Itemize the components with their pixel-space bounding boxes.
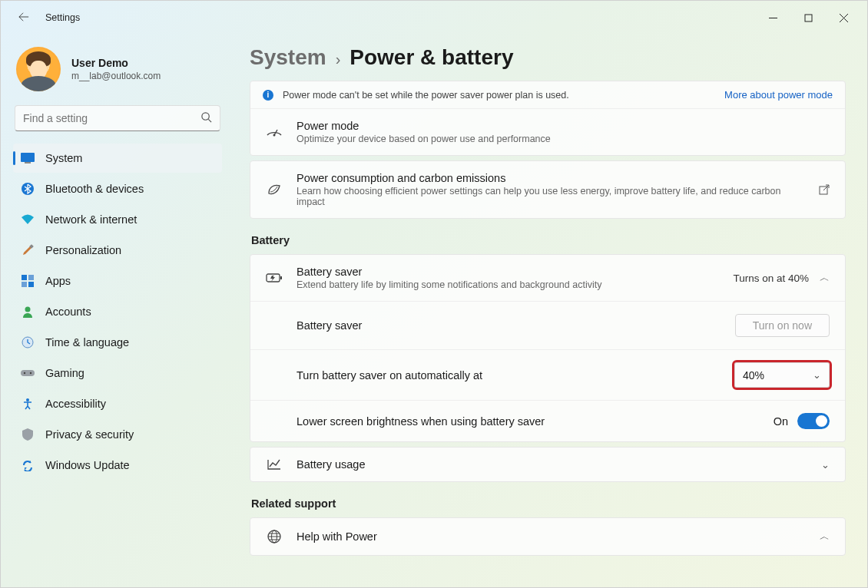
nav-label: Bluetooth & devices: [45, 183, 144, 195]
auto-on-label: Turn battery saver on automatically at: [297, 369, 734, 382]
nav-bluetooth[interactable]: Bluetooth & devices: [13, 174, 222, 203]
svg-rect-9: [28, 282, 34, 287]
arrow-left-icon: [18, 12, 29, 22]
shield-icon: [21, 428, 35, 441]
help-row[interactable]: Help with Power ︿: [250, 517, 846, 556]
profile-block[interactable]: User Demo m__lab@outlook.com: [13, 41, 222, 105]
bluetooth-icon: [21, 182, 35, 196]
battery-saver-status: Turns on at 40%: [733, 273, 809, 284]
battery-section-label: Battery: [251, 234, 846, 246]
svg-rect-7: [28, 275, 34, 280]
svg-rect-3: [25, 162, 31, 164]
breadcrumb: System › Power & battery: [250, 45, 863, 70]
chart-icon: [266, 458, 283, 471]
leaf-icon: [266, 183, 283, 197]
nav-time[interactable]: Time & language: [13, 328, 222, 357]
battery-usage-row[interactable]: Battery usage ⌄: [250, 447, 846, 482]
profile-email: m__lab@outlook.com: [71, 71, 161, 81]
auto-on-value: 40%: [743, 369, 764, 382]
nav-gaming[interactable]: Gaming: [13, 358, 222, 388]
power-mode-row[interactable]: Power mode Optimize your device based on…: [250, 108, 845, 155]
gamepad-icon: [21, 366, 35, 380]
svg-rect-0: [805, 15, 812, 21]
globe-icon: [266, 529, 283, 544]
battery-saver-title: Battery saver: [297, 266, 719, 278]
chevron-down-icon: ⌄: [813, 369, 821, 381]
minimize-button[interactable]: [755, 5, 790, 30]
svg-point-13: [24, 372, 25, 374]
battery-saver-header[interactable]: Battery saver Extend battery life by lim…: [250, 255, 845, 301]
nav-personalization[interactable]: Personalization: [13, 236, 222, 265]
chevron-right-icon: ›: [336, 51, 341, 68]
breadcrumb-root[interactable]: System: [250, 45, 326, 70]
battery-saver-toggle-row: Battery saver Turn on now: [250, 301, 845, 349]
nav-label: Accounts: [45, 306, 91, 318]
paintbrush-icon: [21, 243, 35, 257]
auto-on-row: Turn battery saver on automatically at 4…: [250, 349, 845, 400]
search-input[interactable]: [23, 112, 200, 124]
svg-rect-19: [280, 276, 282, 279]
window-title: Settings: [45, 12, 80, 23]
more-about-link[interactable]: More about power mode: [724, 89, 833, 101]
svg-rect-12: [21, 370, 35, 376]
turn-on-now-button[interactable]: Turn on now: [735, 314, 830, 337]
titlebar: Settings: [1, 1, 867, 35]
close-button[interactable]: [826, 5, 861, 30]
svg-rect-6: [22, 275, 27, 280]
carbon-title: Power consumption and carbon emissions: [297, 172, 805, 184]
nav-update[interactable]: Windows Update: [13, 451, 222, 480]
open-external-icon: [819, 184, 830, 195]
lower-brightness-toggle[interactable]: [797, 413, 830, 429]
nav-system[interactable]: System: [13, 144, 222, 173]
lower-brightness-row: Lower screen brightness when using batte…: [250, 400, 845, 441]
battery-saver-subtitle: Extend battery life by limiting some not…: [297, 279, 719, 290]
nav-accounts[interactable]: Accounts: [13, 297, 222, 326]
nav-label: Windows Update: [45, 459, 130, 471]
svg-rect-2: [21, 153, 35, 162]
nav-accessibility[interactable]: Accessibility: [13, 389, 222, 418]
svg-point-16: [273, 134, 276, 137]
svg-point-10: [25, 307, 31, 312]
main-content: System › Power & battery i Power mode ca…: [231, 35, 867, 587]
page-title: Power & battery: [350, 45, 513, 70]
nav-label: Privacy & security: [45, 428, 134, 441]
svg-point-1: [202, 112, 209, 119]
clock-icon: [21, 335, 35, 349]
auto-on-select[interactable]: 40% ⌄: [734, 362, 830, 388]
nav-label: System: [45, 152, 82, 164]
nav-network[interactable]: Network & internet: [13, 205, 222, 234]
battery-saver-row-label: Battery saver: [297, 319, 735, 332]
info-icon: i: [263, 90, 273, 101]
search-icon: [200, 111, 212, 126]
nav-apps[interactable]: Apps: [13, 266, 222, 296]
update-icon: [21, 458, 35, 472]
profile-name: User Demo: [71, 57, 161, 69]
avatar: [16, 47, 61, 91]
power-mode-title: Power mode: [297, 120, 830, 132]
carbon-row[interactable]: Power consumption and carbon emissions L…: [250, 160, 846, 219]
accessibility-icon: [21, 397, 35, 411]
system-icon: [21, 151, 35, 165]
content-scroll[interactable]: i Power mode can't be set while the powe…: [250, 81, 863, 587]
back-button[interactable]: [15, 12, 33, 25]
battery-saver-icon: [266, 273, 283, 283]
nav-privacy[interactable]: Privacy & security: [13, 420, 222, 449]
sidebar: User Demo m__lab@outlook.com System Blue…: [1, 35, 231, 587]
nav-label: Time & language: [45, 336, 129, 349]
nav-label: Personalization: [45, 244, 121, 256]
power-mode-icon: [266, 126, 283, 138]
chevron-up-icon: ︿: [820, 530, 830, 543]
wifi-icon: [21, 213, 35, 226]
search-box[interactable]: [15, 105, 220, 131]
info-text: Power mode can't be set while the power …: [283, 90, 569, 101]
maximize-button[interactable]: [790, 5, 826, 30]
apps-icon: [21, 274, 35, 288]
nav-label: Apps: [45, 275, 71, 287]
svg-point-15: [26, 398, 29, 401]
related-section-label: Related support: [251, 497, 846, 510]
chevron-up-icon: ︿: [820, 271, 830, 285]
carbon-subtitle: Learn how choosing efficient power setti…: [297, 186, 805, 207]
power-mode-subtitle: Optimize your device based on power use …: [297, 134, 830, 144]
nav-list: System Bluetooth & devices Network & int…: [13, 144, 222, 480]
person-icon: [21, 305, 35, 319]
